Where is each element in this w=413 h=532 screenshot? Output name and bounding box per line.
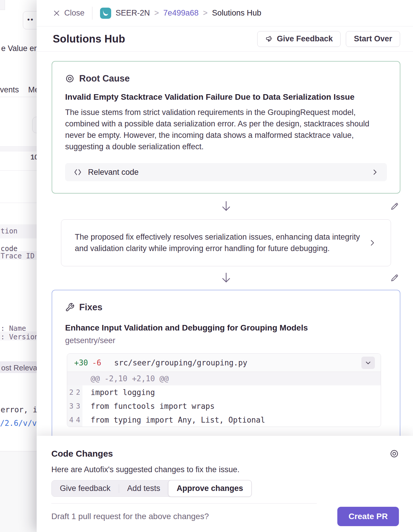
flow-arrow-row — [52, 266, 400, 290]
background-link-fragment[interactable]: /2.6/v/va — [0, 419, 41, 428]
diff-code-line: from typing import Any, List, Optional — [82, 416, 265, 424]
background-divider — [0, 203, 37, 203]
root-cause-title: Invalid Empty Stacktrace Validation Fail… — [65, 92, 373, 102]
background-text-trace-id: Trace ID — [1, 252, 35, 260]
code-changes-subtitle: Here are Autofix's suggested changes to … — [51, 465, 399, 474]
background-corner-cell — [0, 0, 5, 10]
background-row-band — [0, 146, 37, 151]
close-label: Close — [64, 9, 84, 18]
background-text-version: : Version — [1, 333, 39, 341]
code-changes-panel: Code Changes Here are Autofix's suggeste… — [37, 436, 413, 532]
code-changes-heading: Code Changes — [51, 449, 390, 459]
drawer-header: Solutions Hub Give Feedback Start Over — [37, 26, 413, 52]
diff-code-row: 3 3 from functools import wraps — [67, 399, 381, 413]
chevron-right-icon — [371, 168, 379, 176]
background-text-tion: tion — [1, 227, 18, 235]
panel-divider — [51, 503, 317, 504]
diff-collapse-button[interactable] — [361, 357, 375, 369]
relevant-code-expander[interactable]: Relevant code — [65, 163, 387, 181]
diff-file-panel: +30 -6 src/seer/grouping/grouping.py @@ … — [67, 353, 381, 427]
target-icon — [390, 449, 399, 458]
down-arrow-icon — [220, 52, 232, 53]
background-title-fragment: e Value er — [1, 44, 37, 53]
root-cause-description: The issue stems from strict validation r… — [65, 107, 376, 153]
add-tests-action[interactable]: Add tests — [119, 480, 169, 497]
breadcrumb: SEER-2N > 7e499a68 > Solutions Hub — [111, 9, 261, 18]
old-line-number: 4 — [67, 416, 74, 424]
create-pr-button[interactable]: Create PR — [337, 507, 399, 526]
background-divider — [0, 170, 37, 171]
down-arrow-icon — [220, 200, 232, 213]
background-most-relevant-tag[interactable]: ost Relevan — [0, 361, 37, 373]
target-icon — [65, 74, 75, 83]
diff-line-numbers: 2 2 — [67, 385, 82, 399]
close-button[interactable]: Close — [53, 9, 84, 18]
relevant-code-label: Relevant code — [88, 168, 365, 177]
old-line-number: 2 — [67, 388, 74, 397]
page-title: Solutions Hub — [53, 33, 257, 45]
diff-hunk-header: @@ -2,10 +2,10 @@ — [67, 372, 381, 385]
breadcrumb-separator: > — [154, 9, 159, 18]
give-feedback-label: Give Feedback — [277, 34, 333, 43]
breadcrumb-issue-id[interactable]: 7e499a68 — [163, 9, 199, 18]
root-cause-heading: Root Cause — [65, 73, 387, 84]
fixes-heading: Fixes — [65, 302, 387, 313]
diff-code-line: import logging — [82, 388, 155, 397]
fixes-card: Fixes Enhance Input Validation and Debug… — [52, 290, 400, 445]
diff-code-line: from functools import wraps — [82, 402, 215, 411]
breadcrumb-separator: > — [203, 9, 208, 18]
root-cause-card: Root Cause Invalid Empty Stacktrace Vali… — [52, 61, 400, 194]
flow-arrow-row — [52, 52, 400, 58]
give-feedback-button[interactable]: Give Feedback — [257, 31, 341, 47]
draft-pr-prompt: Draft 1 pull request for the above chang… — [51, 512, 317, 521]
background-footer-band — [0, 451, 37, 532]
diff-file-header[interactable]: +30 -6 src/seer/grouping/grouping.py — [67, 354, 381, 372]
root-cause-heading-label: Root Cause — [79, 73, 130, 84]
new-line-number: 4 — [74, 416, 81, 424]
down-arrow-icon — [220, 272, 232, 284]
megaphone-icon — [265, 35, 273, 43]
wrench-icon — [65, 303, 75, 312]
fix-title: Enhance Input Validation and Debugging f… — [65, 323, 387, 333]
flow-arrow-row — [52, 194, 400, 219]
solutions-hub-drawer: Close SEER-2N > 7e499a68 > Solutions Hub… — [37, 0, 413, 532]
solution-summary-card[interactable]: The proposed fix effectively resolves se… — [61, 219, 391, 266]
drawer-topbar: Close SEER-2N > 7e499a68 > Solutions Hub — [37, 0, 413, 26]
give-feedback-action[interactable]: Give feedback — [52, 480, 119, 497]
background-most-relevant-label: ost Relevan — [1, 363, 41, 372]
fix-repo-name: getsentry/seer — [65, 336, 387, 345]
diff-filename: src/seer/grouping/grouping.py — [114, 358, 361, 367]
close-icon — [53, 9, 60, 17]
background-tab-divider — [0, 97, 37, 97]
edit-pencil-icon[interactable] — [390, 202, 399, 211]
action-segmented-control: Give feedback Add tests Approve changes — [51, 480, 252, 497]
fixes-heading-label: Fixes — [79, 302, 102, 313]
new-line-number: 3 — [74, 402, 81, 410]
approve-changes-action[interactable]: Approve changes — [168, 480, 252, 497]
diff-line-numbers: 3 3 — [67, 399, 82, 413]
breadcrumb-project[interactable]: SEER-2N — [116, 9, 150, 18]
background-text-error: error, in — [1, 405, 42, 414]
start-over-button[interactable]: Start Over — [346, 31, 400, 47]
diff-deletions-count: -6 — [92, 358, 101, 367]
edit-pencil-icon[interactable] — [390, 273, 399, 283]
old-line-number: 3 — [67, 402, 74, 410]
angle-brackets-icon — [73, 168, 82, 177]
ellipsis-dots: •• — [27, 16, 34, 23]
seer-logo-icon — [100, 8, 111, 19]
chevron-right-icon — [368, 239, 376, 247]
background-tab-events[interactable]: vents — [0, 85, 19, 94]
diff-additions-count: +30 — [74, 358, 88, 367]
diff-code-row: 2 2 import logging — [67, 385, 381, 399]
breadcrumb-current-page: Solutions Hub — [212, 9, 261, 18]
solution-summary-text: The proposed fix effectively resolves se… — [75, 231, 362, 254]
start-over-label: Start Over — [354, 34, 392, 43]
diff-code-row: 4 4 from typing import Any, List, Option… — [67, 413, 381, 427]
topbar-separator — [92, 7, 92, 20]
diff-line-numbers: 4 4 — [67, 413, 82, 427]
new-line-number: 2 — [74, 388, 81, 397]
